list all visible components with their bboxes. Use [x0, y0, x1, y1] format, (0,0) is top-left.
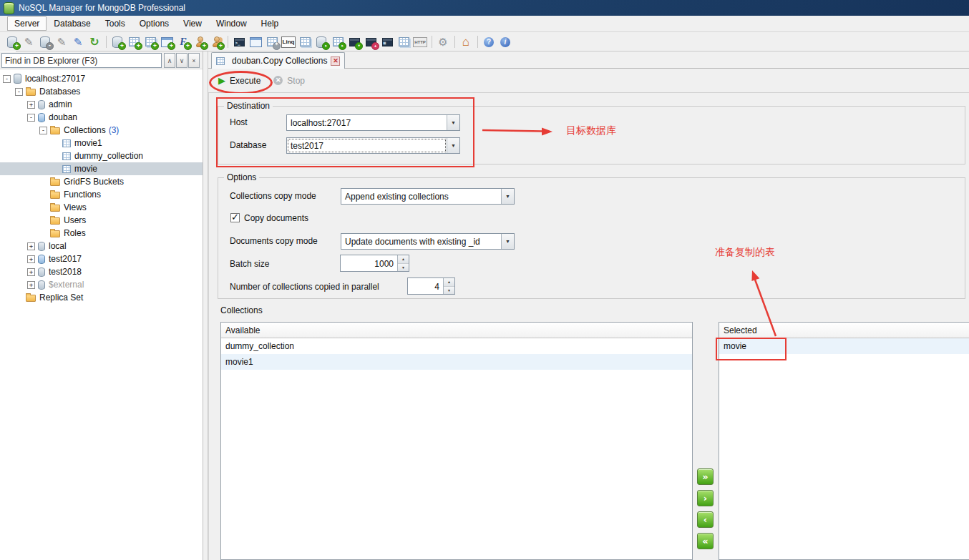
- available-list-item[interactable]: movie1: [221, 354, 692, 370]
- tree-node-icon: [50, 217, 60, 225]
- tree-expand-icon[interactable]: [27, 255, 35, 263]
- dropdown-arrow-icon[interactable]: [501, 189, 514, 204]
- tree-item[interactable]: local: [0, 240, 203, 252]
- tree-item[interactable]: admin: [0, 98, 203, 111]
- about-icon[interactable]: i: [497, 34, 513, 50]
- export-document-icon[interactable]: [330, 34, 346, 50]
- tree-expand-icon[interactable]: [27, 101, 35, 109]
- database-combobox[interactable]: test2017: [286, 137, 460, 154]
- documents-copy-mode-combobox[interactable]: Update documents with existing _id: [341, 233, 515, 250]
- dropdown-arrow-icon[interactable]: [447, 115, 459, 130]
- tree-item[interactable]: movie: [0, 162, 203, 175]
- copy-icon[interactable]: [396, 34, 412, 50]
- tree-item[interactable]: movie1: [0, 137, 203, 149]
- host-combobox[interactable]: localhost:27017: [286, 114, 460, 131]
- tree-node-icon: [62, 165, 71, 173]
- database-add-icon[interactable]: [109, 34, 125, 50]
- dropdown-arrow-icon[interactable]: [447, 138, 459, 153]
- spin-up-icon[interactable]: [398, 255, 409, 264]
- shell-console-icon[interactable]: >_: [231, 34, 247, 50]
- search-previous-button[interactable]: ∧: [164, 53, 175, 68]
- tree-expand-icon[interactable]: [15, 88, 23, 96]
- http-icon[interactable]: HTTP: [412, 34, 428, 50]
- role-add-icon[interactable]: [208, 34, 224, 50]
- tree-item[interactable]: Collections (3): [0, 124, 203, 137]
- menu-item[interactable]: Server: [7, 16, 47, 31]
- copy-documents-checkbox[interactable]: [230, 213, 240, 222]
- batch-size-stepper[interactable]: 1000: [340, 255, 409, 272]
- tree-item[interactable]: dummy_collection: [0, 149, 203, 162]
- search-close-button[interactable]: ×: [188, 53, 200, 68]
- tree-item[interactable]: GridFS Buckets: [0, 175, 203, 188]
- tree-node-icon: [38, 280, 45, 290]
- tree-item[interactable]: Views: [0, 201, 203, 214]
- tab-copy-collections[interactable]: douban.Copy Collections ✕: [211, 52, 345, 69]
- menu-item[interactable]: Tools: [98, 16, 132, 31]
- execute-button[interactable]: ▶ Execute: [214, 72, 265, 89]
- export-to-shell-icon[interactable]: [363, 34, 379, 50]
- import-from-shell-icon[interactable]: [346, 34, 362, 50]
- tab-close-icon[interactable]: ✕: [331, 57, 340, 66]
- menu-item[interactable]: View: [176, 16, 209, 31]
- move-left-button[interactable]: ‹: [697, 511, 714, 528]
- tree-item[interactable]: Users: [0, 214, 203, 227]
- settings-gear-icon[interactable]: ⚙: [435, 34, 451, 50]
- tree-item[interactable]: localhost:27017: [0, 72, 203, 85]
- move-all-right-button[interactable]: »: [697, 468, 714, 485]
- parallel-copies-stepper[interactable]: 4: [407, 277, 455, 295]
- disconnect-icon[interactable]: ✎: [70, 34, 86, 50]
- find-in-db-explorer-input[interactable]: [1, 53, 162, 68]
- refresh-icon[interactable]: ↻: [87, 34, 102, 50]
- collection-add-icon[interactable]: [126, 34, 142, 50]
- tree-item[interactable]: Roles: [0, 227, 203, 240]
- spin-up-icon[interactable]: [444, 278, 454, 287]
- shell-grid-icon[interactable]: ▦: [379, 34, 395, 50]
- tree-node-icon: [14, 74, 21, 84]
- menu-item[interactable]: Help: [254, 16, 286, 31]
- tree-expand-icon[interactable]: [27, 114, 35, 122]
- dropdown-arrow-icon[interactable]: [501, 234, 514, 249]
- tree-expand-icon[interactable]: [3, 75, 11, 83]
- new-window-icon[interactable]: [248, 34, 263, 50]
- menu-item[interactable]: Database: [47, 16, 97, 31]
- tree-item[interactable]: test2017: [0, 252, 203, 265]
- tree-expand-icon[interactable]: [27, 242, 35, 250]
- collection-settings-icon[interactable]: [264, 34, 280, 50]
- tree-item[interactable]: $external: [0, 278, 203, 291]
- connection-edit-icon[interactable]: ✎: [21, 34, 36, 50]
- panel-splitter[interactable]: [203, 51, 208, 560]
- linq-query-icon[interactable]: Linq: [281, 34, 296, 50]
- user-add-icon[interactable]: [192, 34, 208, 50]
- tree-item[interactable]: test2018: [0, 265, 203, 278]
- spin-down-icon[interactable]: [444, 287, 454, 295]
- move-all-left-button[interactable]: «: [697, 533, 714, 549]
- move-right-button[interactable]: ›: [697, 490, 714, 506]
- tree-item[interactable]: Replica Set: [0, 291, 203, 304]
- available-list-item[interactable]: dummy_collection: [221, 338, 692, 354]
- function-add-icon[interactable]: F: [175, 34, 191, 50]
- tree-node-icon: [50, 230, 60, 237]
- collections-copy-mode-combobox[interactable]: Append existing collections: [341, 188, 515, 205]
- search-next-button[interactable]: ∨: [176, 53, 188, 68]
- menu-item[interactable]: Window: [209, 16, 254, 31]
- export-database-icon[interactable]: [313, 34, 329, 50]
- stop-button[interactable]: ✕ Stop: [269, 73, 309, 89]
- selected-list-item[interactable]: movie: [719, 338, 969, 354]
- tree-item[interactable]: douban: [0, 111, 203, 124]
- help-icon[interactable]: ?: [481, 34, 497, 50]
- connect-icon[interactable]: ✎: [54, 34, 69, 50]
- connection-add-icon[interactable]: [4, 34, 20, 50]
- tree-item[interactable]: Functions: [0, 188, 203, 201]
- home-icon[interactable]: ⌂: [458, 34, 474, 50]
- tree-item[interactable]: Databases: [0, 85, 203, 98]
- spin-down-icon[interactable]: [398, 264, 409, 272]
- gridfs-bucket-add-icon[interactable]: [142, 34, 158, 50]
- copy-collection-icon[interactable]: [297, 34, 313, 50]
- app-window: NoSQL Manager for MongoDB Professional S…: [0, 0, 969, 560]
- menu-item[interactable]: Options: [132, 16, 176, 31]
- view-add-icon[interactable]: [159, 34, 175, 50]
- tree-expand-icon[interactable]: [39, 127, 47, 134]
- tree-expand-icon[interactable]: [27, 281, 35, 289]
- connection-remove-icon[interactable]: [37, 34, 53, 50]
- tree-expand-icon[interactable]: [27, 268, 35, 276]
